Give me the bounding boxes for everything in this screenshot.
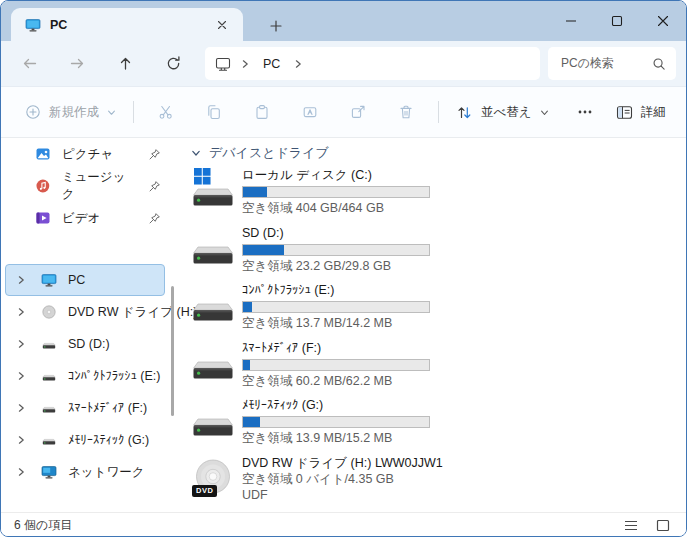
drive-info: SD (D:) 空き領域 23.2 GB/29.8 GB [242,224,430,274]
free-space-text: 空き領域 0 バイト/4.35 GB [242,471,443,487]
sidebar-item-label: ｺﾝﾊﾟｸﾄﾌﾗｯｼｭ (E:) [68,369,160,383]
drive-item-d[interactable]: SD (D:) 空き領域 23.2 GB/29.8 GB [191,224,686,282]
forward-arrow-icon [69,55,86,72]
expand-chevron-icon[interactable] [16,307,28,317]
drive-item-f[interactable]: ｽﾏｰﾄﾒﾃﾞｨｱ (F:) 空き領域 60.2 MB/62.2 MB [191,339,686,397]
details-label: 詳細 [641,104,666,121]
expand-chevron-icon[interactable] [16,371,28,381]
delete-button[interactable] [385,94,427,130]
drive-info: DVD RW ドライブ (H:) LWW0JJW1 空き領域 0 バイト/4.3… [242,454,443,503]
capacity-bar [242,301,430,313]
drive-icon [41,400,57,416]
sidebar-item-pc[interactable]: PC [5,264,165,296]
capacity-bar [242,244,430,256]
expand-chevron-icon[interactable] [16,339,28,349]
sidebar-item-music[interactable]: ミュージック [1,170,177,202]
network-icon [41,464,57,480]
capacity-bar-fill [243,360,250,370]
sidebar-scrollbar-thumb[interactable] [171,286,174,416]
sidebar-item-sd-drive[interactable]: SD (D:) [1,328,177,360]
minimize-icon [565,15,577,27]
share-button[interactable] [337,94,379,130]
expand-chevron-icon[interactable] [16,403,28,413]
pictures-icon [35,146,51,162]
explorer-window: PC [0,0,687,537]
tab-pc[interactable]: PC [11,8,243,41]
sidebar-item-memorystick-drive[interactable]: ﾒﾓﾘｰｽﾃｨｯｸ (G:) [1,424,177,456]
expand-chevron-icon[interactable] [16,275,28,285]
pin-icon[interactable] [148,180,161,193]
capacity-bar-fill [243,245,284,255]
rename-button[interactable] [289,94,331,130]
list-view-button[interactable] [621,516,641,534]
drive-name: ﾒﾓﾘｰｽﾃｨｯｸ (G:) [242,397,430,413]
drive-item-g[interactable]: ﾒﾓﾘｰｽﾃｨｯｸ (G:) 空き領域 13.9 MB/15.2 MB [191,396,686,454]
pin-icon[interactable] [148,212,161,225]
music-icon [35,178,51,194]
scissors-icon [158,104,174,120]
sidebar-item-label: ﾒﾓﾘｰｽﾃｨｯｸ (G:) [68,433,149,447]
sidebar-item-label: ネットワーク [68,464,144,481]
drive-icon [41,336,57,352]
sort-button[interactable]: 並べ替え [450,104,555,121]
sidebar-item-dvd-drive[interactable]: DVD RW ドライブ (H:) [1,296,177,328]
forward-button[interactable] [61,47,94,80]
more-options-button[interactable] [565,94,605,130]
drive-info: ローカル ディスク (C:) 空き領域 404 GB/464 GB [242,166,430,216]
close-icon [657,15,669,27]
cut-button[interactable] [145,94,187,130]
sidebar-item-videos[interactable]: ビデオ [1,202,177,234]
drive-item-h-dvd[interactable]: DVD DVD RW ドライブ (H:) LWW0JJW1 空き領域 0 バイト… [191,454,686,512]
up-button[interactable] [109,47,142,80]
large-icons-view-button[interactable] [653,516,673,534]
plus-icon [270,20,282,32]
sidebar-item-pictures[interactable]: ピクチャ [1,138,177,170]
sidebar-item-network[interactable]: ネットワーク [1,456,177,488]
free-space-text: 空き領域 404 GB/464 GB [242,201,430,216]
command-toolbar: 新規作成 並べ替え [1,87,686,138]
share-icon [350,104,366,120]
copy-icon [206,104,222,120]
details-pane-icon [616,105,633,120]
sidebar-item-label: ピクチャ [62,146,113,163]
details-pane-button[interactable]: 詳細 [612,104,670,121]
drive-info: ﾒﾓﾘｰｽﾃｨｯｸ (G:) 空き領域 13.9 MB/15.2 MB [242,396,430,446]
refresh-icon [165,55,182,72]
free-space-text: 空き領域 13.9 MB/15.2 MB [242,431,430,446]
refresh-button[interactable] [157,47,190,80]
breadcrumb-pc[interactable]: PC [259,55,284,73]
sort-label: 並べ替え [481,104,532,121]
search-icon [652,57,666,71]
expand-chevron-icon[interactable] [16,435,28,445]
windows-logo-icon [194,168,211,185]
back-button[interactable] [13,47,46,80]
sidebar-item-compactflash-drive[interactable]: ｺﾝﾊﾟｸﾄﾌﾗｯｼｭ (E:) [1,360,177,392]
this-pc-icon [215,56,231,72]
maximize-button[interactable] [594,1,640,41]
search-box[interactable]: PCの検索 [548,47,676,80]
sidebar-item-smartmedia-drive[interactable]: ｽﾏｰﾄﾒﾃﾞｨｱ (F:) [1,392,177,424]
pin-icon[interactable] [148,148,161,161]
copy-button[interactable] [193,94,235,130]
drive-item-c[interactable]: ローカル ディスク (C:) 空き領域 404 GB/464 GB [191,166,686,224]
large-icons-view-icon [656,519,670,532]
capacity-bar [242,186,430,198]
tab-close-icon[interactable] [211,14,233,36]
address-bar[interactable]: PC [205,47,540,80]
minimize-button[interactable] [548,1,594,41]
content-area: ピクチャ ミュージック ビデオ PC DVD [1,138,686,512]
new-item-button[interactable]: 新規作成 [19,104,122,121]
paste-button[interactable] [241,94,283,130]
collapse-chevron-icon[interactable] [191,148,201,158]
drive-item-e[interactable]: ｺﾝﾊﾟｸﾄﾌﾗｯｼｭ (E:) 空き領域 13.7 MB/14.2 MB [191,281,686,339]
free-space-text: 空き領域 13.7 MB/14.2 MB [242,316,430,331]
close-button[interactable] [640,1,686,41]
chevron-right-icon [293,59,303,69]
expand-chevron-icon[interactable] [16,467,28,477]
ellipsis-icon [577,104,593,120]
tab-title: PC [50,18,67,32]
drive-icon [191,226,235,270]
new-tab-button[interactable] [259,11,293,41]
videos-icon [35,210,51,226]
toolbar-divider [133,101,134,123]
